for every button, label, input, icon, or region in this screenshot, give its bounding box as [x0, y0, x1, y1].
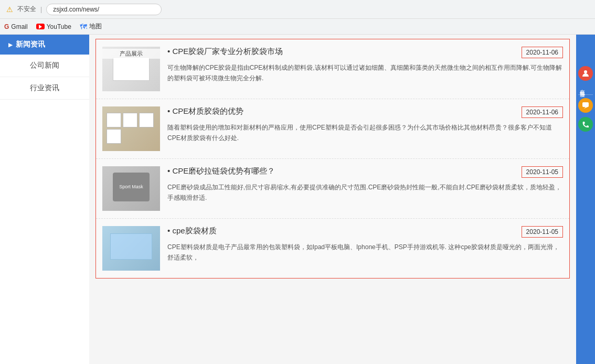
news-thumb-3: Sport Mask [102, 166, 160, 211]
float-sidebar: 在线客服 [576, 35, 595, 364]
address-bar[interactable]: zsjxd.com/news/ [46, 4, 162, 15]
news-title-4[interactable]: cpe胶袋材质 [167, 226, 217, 236]
sidebar-active-label: 新闻资讯 [16, 40, 45, 49]
url-separator: | [40, 6, 42, 13]
sidebar: 新闻资讯 公司新闻 行业资讯 [0, 35, 89, 364]
news-thumb-2 [102, 106, 160, 151]
thumb-plastic-4 [110, 233, 152, 260]
gmail-icon: G [4, 23, 9, 30]
news-thumb-4 [102, 226, 160, 271]
maps-label: 地图 [89, 22, 102, 31]
browser-bar: ⚠ 不安全 | zsjxd.com/news/ [0, 0, 595, 19]
news-content-2: CPE材质胶袋的优势 2020-11-06 随着塑料袋使用的增加和对新材料的严格… [167, 106, 563, 144]
news-desc-3: CPE磨砂袋成品加工性能好,但尺寸容易缩水,有必要提供准确的尺寸范围.CPE磨砂… [167, 182, 563, 204]
news-content-1: CPE胶袋厂家专业分析胶袋市场 2020-11-06 可生物降解的CPE胶袋是指… [167, 47, 563, 84]
news-content-4: cpe胶袋材质 2020-11-05 CPE塑料袋材质是电子产品最常用的包装塑料… [167, 226, 563, 263]
security-label: 不安全 [17, 5, 36, 14]
bookmark-gmail[interactable]: G Gmail [4, 23, 28, 30]
svg-rect-1 [582, 102, 589, 107]
news-header-2: CPE材质胶袋的优势 2020-11-06 [167, 106, 563, 118]
float-divider [578, 94, 593, 95]
right-panel: 产品展示 CPE胶袋厂家专业分析胶袋市场 2020-11-06 可生物降解的CP… [89, 35, 576, 364]
news-item-2: CPE材质胶袋的优势 2020-11-06 随着塑料袋使用的增加和对新材料的严格… [96, 99, 569, 159]
bookmark-maps[interactable]: 🗺 地图 [80, 22, 102, 31]
news-item-3: Sport Mask CPE磨砂拉链袋优势有哪些？ 2020-11-05 CPE… [96, 159, 569, 219]
news-list: 产品展示 CPE胶袋厂家专业分析胶袋市场 2020-11-06 可生物降解的CP… [95, 39, 570, 279]
news-desc-2: 随着塑料袋使用的增加和对新材料的严格应用，使用CPE塑料袋是否会引起很多困惑？为… [167, 122, 563, 144]
float-chat-icon[interactable] [578, 98, 593, 113]
svg-point-0 [584, 70, 587, 73]
float-service-label[interactable]: 在线客服 [577, 83, 594, 91]
news-desc-1: 可生物降解的CPE胶袋是指由CPE材料制成的塑料袋,该材料可以通过诸如细菌、真细… [167, 62, 563, 84]
thumb-box-b [123, 113, 137, 127]
gmail-label: Gmail [11, 23, 27, 30]
news-thumb-1: 产品展示 [102, 47, 160, 91]
industry-news-label: 行业资讯 [30, 83, 59, 92]
news-date-3: 2020-11-05 [522, 166, 563, 178]
thumb-box-d [107, 129, 121, 144]
news-item-1: 产品展示 CPE胶袋厂家专业分析胶袋市场 2020-11-06 可生物降解的CP… [96, 39, 569, 99]
sidebar-active-item[interactable]: 新闻资讯 [0, 35, 89, 55]
news-title-3[interactable]: CPE磨砂拉链袋优势有哪些？ [167, 166, 275, 176]
map-icon: 🗺 [80, 23, 87, 31]
thumb-envelope-1 [113, 57, 150, 81]
news-content-3: CPE磨砂拉链袋优势有哪些？ 2020-11-05 CPE磨砂袋成品加工性能好,… [167, 166, 563, 204]
news-date-1: 2020-11-06 [522, 47, 563, 58]
news-header-4: cpe胶袋材质 2020-11-05 [167, 226, 563, 238]
sidebar-item-industry-news[interactable]: 行业资讯 [0, 77, 89, 100]
bookmarks-bar: G Gmail YouTube 🗺 地图 [0, 19, 595, 35]
security-warning-icon: ⚠ [6, 5, 13, 14]
news-header-3: CPE磨砂拉链袋优势有哪些？ 2020-11-05 [167, 166, 563, 178]
news-title-2[interactable]: CPE材质胶袋的优势 [167, 106, 243, 116]
bookmark-youtube[interactable]: YouTube [36, 23, 71, 30]
thumb-box-a [107, 113, 121, 127]
thumb-boxes-2 [102, 109, 160, 148]
youtube-label: YouTube [47, 23, 71, 30]
thumb-box-c [139, 113, 154, 127]
news-desc-4: CPE塑料袋材质是电子产品最常用的包装塑料袋，如Ipad平板电脑、Iphone手… [167, 242, 563, 263]
sidebar-item-company-news[interactable]: 公司新闻 [0, 55, 89, 77]
float-user-icon[interactable] [578, 66, 593, 81]
news-date-4: 2020-11-05 [522, 226, 563, 238]
company-news-label: 公司新闻 [30, 61, 59, 69]
news-date-2: 2020-11-06 [522, 106, 563, 118]
thumb-label-1: 产品展示 [102, 49, 160, 59]
service-text: 在线客服 [578, 85, 586, 89]
youtube-icon [36, 24, 45, 29]
float-phone-icon[interactable] [578, 117, 593, 132]
page-wrapper: 新闻资讯 公司新闻 行业资讯 产品展示 CPE胶袋厂家专业分析胶袋市场 2020… [0, 35, 595, 364]
news-title-1[interactable]: CPE胶袋厂家专业分析胶袋市场 [167, 47, 283, 57]
news-header-1: CPE胶袋厂家专业分析胶袋市场 2020-11-06 [167, 47, 563, 58]
thumb-mask-3: Sport Mask [113, 173, 150, 201]
news-item-4: cpe胶袋材质 2020-11-05 CPE塑料袋材质是电子产品最常用的包装塑料… [96, 219, 569, 278]
